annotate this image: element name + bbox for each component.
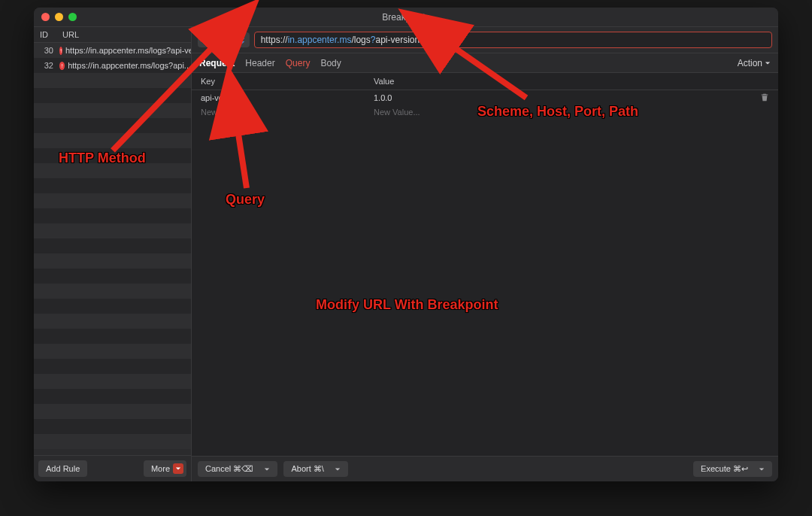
chevron-down-icon xyxy=(173,463,183,474)
main-footer: Cancel ⌘⌫ Abort ⌘\ Execute ⌘↩ xyxy=(192,456,778,481)
kv-key[interactable]: api-version xyxy=(201,93,374,102)
rule-id: 32 xyxy=(34,61,56,70)
cancel-button[interactable]: Cancel ⌘⌫ xyxy=(198,461,277,477)
window-title: Breakpoints xyxy=(34,12,778,23)
method-value: POST xyxy=(202,35,227,45)
kv-key-placeholder[interactable]: New Key... xyxy=(201,108,374,117)
kv-key-header: Key xyxy=(201,77,374,86)
tabs: Request Header Query Body Action xyxy=(192,53,778,73)
rule-row[interactable]: 30 ↑ https://in.appcenter.ms/logs?api-ve… xyxy=(34,43,191,58)
text-cursor xyxy=(446,35,447,44)
tab-request[interactable]: Request xyxy=(199,58,235,68)
rule-row[interactable]: 32 ↑ https://in.appcenter.ms/logs?api... xyxy=(34,58,191,73)
tab-body[interactable]: Body xyxy=(320,58,341,68)
stop-arrow-icon: ↑ xyxy=(59,62,65,70)
col-url-header: URL xyxy=(62,30,191,39)
url-input[interactable]: https://in.appcenter.ms/logs?api-version… xyxy=(254,32,772,48)
breakpoints-window: Breakpoints ID URL 30 ↑ https://in.appce… xyxy=(34,8,778,481)
abort-button[interactable]: Abort ⌘\ xyxy=(283,461,348,477)
rule-id: 30 xyxy=(34,46,56,55)
url-qmark: ? xyxy=(371,35,376,45)
add-rule-button[interactable]: Add Rule xyxy=(38,460,87,477)
tab-query[interactable]: Query xyxy=(286,58,311,68)
rules-list: 30 ↑ https://in.appcenter.ms/logs?api-ve… xyxy=(34,43,191,455)
minimize-icon[interactable] xyxy=(55,13,63,21)
more-label: More xyxy=(151,464,170,473)
zoom-icon[interactable] xyxy=(68,13,77,21)
col-id-header: ID xyxy=(40,30,62,39)
method-select[interactable]: POST xyxy=(198,32,250,47)
url-query: api-version=1.0.0 xyxy=(375,35,444,45)
rule-url: https://in.appcenter.ms/logs?api... xyxy=(68,61,191,70)
kv-row[interactable]: api-version 1.0.0 xyxy=(192,90,778,105)
trash-icon[interactable] xyxy=(760,93,769,103)
kv-value[interactable]: 1.0.0 xyxy=(374,93,760,102)
toolbar: POST https://in.appcenter.ms/logs?api-ve… xyxy=(192,27,778,53)
kv-header: Key Value xyxy=(192,73,778,90)
tab-header[interactable]: Header xyxy=(245,58,274,68)
action-menu[interactable]: Action xyxy=(738,58,771,68)
main-panel: POST https://in.appcenter.ms/logs?api-ve… xyxy=(192,27,778,481)
sidebar-footer: Add Rule More xyxy=(34,455,191,481)
url-path: /logs xyxy=(351,35,370,45)
titlebar: Breakpoints xyxy=(34,8,778,27)
window-body: ID URL 30 ↑ https://in.appcenter.ms/logs… xyxy=(34,27,778,481)
url-host: in.appcenter.ms xyxy=(288,35,352,45)
stop-arrow-icon: ↑ xyxy=(59,47,62,55)
traffic-lights xyxy=(34,13,77,21)
kv-value-header: Value xyxy=(374,77,394,86)
kv-row-new[interactable]: New Key... New Value... xyxy=(192,105,778,119)
sidebar: ID URL 30 ↑ https://in.appcenter.ms/logs… xyxy=(34,27,192,481)
sidebar-header: ID URL xyxy=(34,27,191,43)
more-button[interactable]: More xyxy=(144,460,186,477)
execute-button[interactable]: Execute ⌘↩ xyxy=(693,461,772,477)
kv-value-placeholder[interactable]: New Value... xyxy=(374,108,769,117)
kv-rows: api-version 1.0.0 New Key... New Value..… xyxy=(192,90,778,456)
url-scheme: https:// xyxy=(261,35,288,45)
rule-url: https://in.appcenter.ms/logs?api-ve... xyxy=(65,46,191,55)
empty-rows xyxy=(34,73,191,449)
action-label: Action xyxy=(738,58,762,68)
close-icon[interactable] xyxy=(41,13,50,21)
stepper-icon xyxy=(239,36,245,44)
